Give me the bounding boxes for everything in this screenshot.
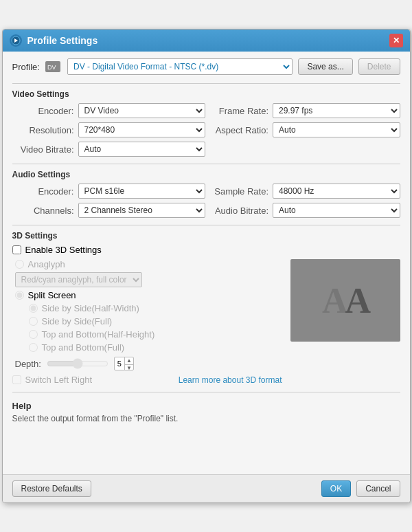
top-bottom-full-label[interactable]: Top and Bottom(Full): [42, 342, 125, 353]
side-by-side-full-label[interactable]: Side by Side(Full): [42, 316, 113, 326]
three-d-layout: Anaglyph Red/cyan anaglyph, full color S…: [12, 259, 400, 385]
depth-label: Depth:: [15, 359, 41, 369]
video-bitrate-select[interactable]: Auto: [78, 142, 206, 157]
channels-row: Channels: 2 Channels Stereo: [19, 203, 206, 218]
window-title: Profile Settings: [27, 35, 389, 46]
channels-label: Channels:: [19, 206, 74, 216]
audio-encoder-row: Encoder: PCM s16le: [19, 184, 206, 199]
side-by-side-half-radio[interactable]: [29, 304, 38, 313]
enable-3d-checkbox[interactable]: [12, 245, 21, 254]
three-d-controls: Anaglyph Red/cyan anaglyph, full color S…: [12, 259, 282, 385]
footer-right: OK Cancel: [321, 480, 400, 497]
divider-2: [12, 164, 400, 164]
profile-row: Profile: DV DV - Digital Video Format - …: [12, 58, 400, 75]
content-area: Profile: DV DV - Digital Video Format - …: [3, 52, 410, 474]
audio-bitrate-select[interactable]: Auto: [273, 203, 400, 218]
preview-aa-left: A: [322, 281, 345, 320]
audio-bitrate-label: Audio Bitrate:: [214, 206, 268, 216]
anaglyph-radio[interactable]: [15, 260, 24, 269]
sample-rate-label: Sample Rate:: [214, 186, 268, 197]
split-screen-radio[interactable]: [15, 291, 24, 300]
split-screen-label[interactable]: Split Screen: [28, 290, 76, 300]
profile-select[interactable]: DV - Digital Video Format - NTSC (*.dv): [67, 58, 293, 75]
encoder-label: Encoder:: [19, 106, 74, 116]
video-settings-grid: Encoder: DV Video Frame Rate: 29.97 fps …: [12, 103, 400, 157]
ok-button[interactable]: OK: [321, 480, 351, 497]
depth-value-container: 5 ▲ ▼: [114, 357, 134, 370]
svg-text:DV: DV: [47, 64, 56, 71]
help-text: Select the output format from the "Profi…: [12, 414, 400, 423]
aspect-ratio-select[interactable]: Auto: [273, 122, 400, 137]
enable-3d-row: Enable 3D Settings: [12, 245, 400, 255]
video-bitrate-row: Video Bitrate: Auto: [19, 142, 206, 157]
spacer: [12, 426, 400, 467]
top-bottom-half-radio[interactable]: [29, 330, 38, 339]
close-button[interactable]: ✕: [389, 34, 403, 47]
audio-settings-grid: Encoder: PCM s16le Sample Rate: 48000 Hz…: [12, 184, 400, 218]
side-by-side-full-row: Side by Side(Full): [26, 316, 282, 326]
profile-format-icon: DV: [45, 61, 60, 72]
anaglyph-label[interactable]: Anaglyph: [28, 259, 65, 269]
save-as-button[interactable]: Save as...: [298, 58, 352, 75]
three-d-preview: AA: [290, 259, 400, 342]
switch-row: Switch Left Right Learn more about 3D fo…: [12, 375, 282, 385]
aspect-ratio-row: Aspect Ratio: Auto: [214, 122, 400, 137]
depth-slider[interactable]: [47, 358, 108, 369]
frame-rate-label: Frame Rate:: [214, 106, 268, 116]
help-section: Help Select the output format from the "…: [12, 398, 400, 426]
video-settings-section: Video Settings Encoder: DV Video Frame R…: [12, 89, 400, 157]
resolution-label: Resolution:: [19, 125, 74, 135]
audio-bitrate-row: Audio Bitrate: Auto: [214, 203, 400, 218]
frame-rate-select[interactable]: 29.97 fps: [273, 103, 400, 118]
enable-3d-label[interactable]: Enable 3D Settings: [25, 245, 102, 255]
top-bottom-half-row: Top and Bottom(Half-Height): [26, 329, 282, 340]
sample-rate-select[interactable]: 48000 Hz: [273, 184, 400, 199]
video-settings-title: Video Settings: [12, 89, 400, 99]
three-d-title: 3D Settings: [12, 231, 400, 241]
audio-settings-title: Audio Settings: [12, 170, 400, 179]
audio-settings-section: Audio Settings Encoder: PCM s16le Sample…: [12, 170, 400, 218]
app-icon: [10, 34, 22, 47]
aspect-ratio-label: Aspect Ratio:: [214, 125, 268, 135]
depth-up-arrow[interactable]: ▲: [125, 357, 133, 365]
top-bottom-full-radio[interactable]: [29, 343, 38, 352]
channels-select[interactable]: 2 Channels Stereo: [78, 203, 206, 218]
side-by-side-half-row: Side by Side(Half-Width): [26, 303, 282, 313]
side-by-side-full-radio[interactable]: [29, 317, 38, 326]
profile-label: Profile:: [12, 62, 40, 72]
resolution-select[interactable]: 720*480: [78, 122, 206, 137]
encoder-select[interactable]: DV Video: [78, 103, 206, 118]
footer: Restore Defaults OK Cancel: [3, 474, 410, 502]
switch-lr-label[interactable]: Switch Left Right: [25, 375, 93, 385]
audio-encoder-label: Encoder:: [19, 186, 74, 197]
depth-row: Depth: 5 ▲ ▼: [12, 357, 282, 370]
delete-button[interactable]: Delete: [358, 58, 400, 75]
split-screen-options: Side by Side(Half-Width) Side by Side(Fu…: [12, 303, 282, 353]
side-by-side-half-label[interactable]: Side by Side(Half-Width): [42, 303, 139, 313]
depth-value: 5: [115, 359, 124, 368]
cancel-button[interactable]: Cancel: [356, 480, 400, 497]
anaglyph-type-select[interactable]: Red/cyan anaglyph, full color: [15, 272, 142, 287]
learn-more-link[interactable]: Learn more about 3D format: [179, 375, 282, 385]
video-bitrate-label: Video Bitrate:: [19, 144, 74, 155]
anaglyph-select-row: Red/cyan anaglyph, full color: [12, 272, 282, 287]
top-bottom-full-row: Top and Bottom(Full): [26, 342, 282, 353]
three-d-section: 3D Settings Enable 3D Settings Anaglyph …: [12, 231, 400, 385]
preview-aa-right: A: [345, 281, 369, 320]
title-bar: Profile Settings ✕: [3, 30, 410, 52]
divider-4: [12, 392, 400, 392]
resolution-row: Resolution: 720*480: [19, 122, 206, 137]
switch-lr-checkbox[interactable]: [12, 375, 21, 384]
switch-lr-container: Switch Left Right: [12, 375, 93, 385]
frame-rate-row: Frame Rate: 29.97 fps: [214, 103, 400, 118]
preview-text: AA: [322, 280, 368, 321]
help-title: Help: [12, 401, 400, 411]
restore-defaults-button[interactable]: Restore Defaults: [12, 480, 91, 497]
audio-encoder-select[interactable]: PCM s16le: [78, 184, 206, 199]
encoder-row: Encoder: DV Video: [19, 103, 206, 118]
split-screen-radio-row: Split Screen: [12, 290, 282, 300]
top-bottom-half-label[interactable]: Top and Bottom(Half-Height): [42, 329, 155, 340]
divider-1: [12, 83, 400, 84]
divider-3: [12, 225, 400, 225]
depth-down-arrow[interactable]: ▼: [125, 365, 133, 370]
